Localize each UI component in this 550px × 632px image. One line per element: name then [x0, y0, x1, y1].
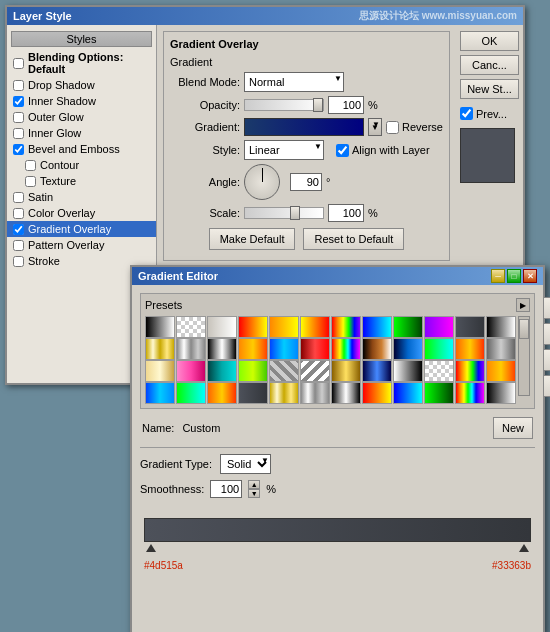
smooth-spin-up[interactable]: ▲ [248, 480, 260, 489]
color-stop-right-arrow[interactable] [519, 544, 529, 552]
preset-41[interactable] [269, 382, 299, 404]
satin-item[interactable]: Satin [7, 189, 156, 205]
preset-48[interactable] [486, 382, 516, 404]
preset-22[interactable] [424, 338, 454, 360]
preset-6[interactable] [300, 316, 330, 338]
preset-1[interactable] [145, 316, 175, 338]
bevel-emboss-item[interactable]: Bevel and Emboss [7, 141, 156, 157]
gradient-bar[interactable] [144, 518, 531, 542]
pattern-overlay-checkbox[interactable] [13, 240, 24, 251]
color-overlay-checkbox[interactable] [13, 208, 24, 219]
opacity-value[interactable] [328, 96, 364, 114]
smoothness-value[interactable] [210, 480, 242, 498]
preset-9[interactable] [393, 316, 423, 338]
style-select[interactable]: Linear [244, 140, 324, 160]
stroke-checkbox[interactable] [13, 256, 24, 267]
preset-12[interactable] [486, 316, 516, 338]
drop-shadow-checkbox[interactable] [13, 80, 24, 91]
ge-ok-btn[interactable]: OK [543, 297, 550, 319]
scale-value[interactable] [328, 204, 364, 222]
angle-value[interactable] [290, 173, 322, 191]
preset-8[interactable] [362, 316, 392, 338]
ge-reset-btn[interactable]: Reset [543, 323, 550, 345]
presets-scroll-btn[interactable]: ▶ [516, 298, 530, 312]
preset-39[interactable] [207, 382, 237, 404]
preset-5[interactable] [269, 316, 299, 338]
preset-42[interactable] [300, 382, 330, 404]
preset-24[interactable] [486, 338, 516, 360]
preset-35[interactable] [455, 360, 485, 382]
reset-to-default-btn[interactable]: Reset to Default [303, 228, 404, 250]
blending-options-item[interactable]: Blending Options: Default [7, 49, 156, 77]
preset-2[interactable] [176, 316, 206, 338]
drop-shadow-item[interactable]: Drop Shadow [7, 77, 156, 93]
preset-37[interactable] [145, 382, 175, 404]
outer-glow-item[interactable]: Outer Glow [7, 109, 156, 125]
gradient-preview[interactable] [244, 118, 364, 136]
preset-45[interactable] [393, 382, 423, 404]
maximize-btn[interactable]: □ [507, 269, 521, 283]
inner-glow-item[interactable]: Inner Glow [7, 125, 156, 141]
ge-save-btn[interactable]: Save... [543, 375, 550, 397]
color-overlay-item[interactable]: Color Overlay [7, 205, 156, 221]
preset-21[interactable] [393, 338, 423, 360]
inner-shadow-item[interactable]: Inner Shadow [7, 93, 156, 109]
preset-38[interactable] [176, 382, 206, 404]
preset-3[interactable] [207, 316, 237, 338]
contour-item[interactable]: Contour [7, 157, 156, 173]
ge-load-btn[interactable]: Load... [543, 349, 550, 371]
blend-mode-select[interactable]: Normal [244, 72, 344, 92]
preset-14[interactable] [176, 338, 206, 360]
inner-glow-checkbox[interactable] [13, 128, 24, 139]
minimize-btn[interactable]: ─ [491, 269, 505, 283]
styles-header[interactable]: Styles [11, 31, 152, 47]
bevel-emboss-checkbox[interactable] [13, 144, 24, 155]
preset-19[interactable] [331, 338, 361, 360]
inner-shadow-checkbox[interactable] [13, 96, 24, 107]
color-stop-left-arrow[interactable] [146, 544, 156, 552]
preset-13[interactable] [145, 338, 175, 360]
preset-44[interactable] [362, 382, 392, 404]
preset-4[interactable] [238, 316, 268, 338]
preset-11[interactable] [455, 316, 485, 338]
contour-checkbox[interactable] [25, 160, 36, 171]
preset-28[interactable] [238, 360, 268, 382]
preset-18[interactable] [300, 338, 330, 360]
preset-15[interactable] [207, 338, 237, 360]
preset-29[interactable] [269, 360, 299, 382]
smooth-spin-down[interactable]: ▼ [248, 489, 260, 498]
preview-checkbox[interactable] [460, 107, 473, 120]
preset-36[interactable] [486, 360, 516, 382]
align-with-layer-checkbox[interactable] [336, 144, 349, 157]
preset-32[interactable] [362, 360, 392, 382]
preset-33[interactable] [393, 360, 423, 382]
preset-31[interactable] [331, 360, 361, 382]
preset-16[interactable] [238, 338, 268, 360]
cancel-button[interactable]: Canc... [460, 55, 519, 75]
presets-scrollbar[interactable] [518, 316, 530, 396]
preset-47[interactable] [455, 382, 485, 404]
angle-dial[interactable] [244, 164, 280, 200]
new-gradient-btn[interactable]: New [493, 417, 533, 439]
new-style-button[interactable]: New St... [460, 79, 519, 99]
preset-27[interactable] [207, 360, 237, 382]
preset-20[interactable] [362, 338, 392, 360]
pattern-overlay-item[interactable]: Pattern Overlay [7, 237, 156, 253]
preset-46[interactable] [424, 382, 454, 404]
preset-30[interactable] [300, 360, 330, 382]
preset-25[interactable] [145, 360, 175, 382]
reverse-checkbox[interactable] [386, 121, 399, 134]
gradient-overlay-checkbox[interactable] [13, 224, 24, 235]
make-default-btn[interactable]: Make Default [209, 228, 296, 250]
texture-checkbox[interactable] [25, 176, 36, 187]
gradient-type-select[interactable]: Solid [220, 454, 271, 474]
outer-glow-checkbox[interactable] [13, 112, 24, 123]
blending-options-checkbox[interactable] [13, 58, 24, 69]
satin-checkbox[interactable] [13, 192, 24, 203]
preset-43[interactable] [331, 382, 361, 404]
scale-slider[interactable] [244, 207, 324, 219]
gradient-dropdown-btn[interactable]: ▼ [368, 118, 382, 136]
gradient-overlay-item[interactable]: Gradient Overlay [7, 221, 156, 237]
preset-26[interactable] [176, 360, 206, 382]
preset-34[interactable] [424, 360, 454, 382]
